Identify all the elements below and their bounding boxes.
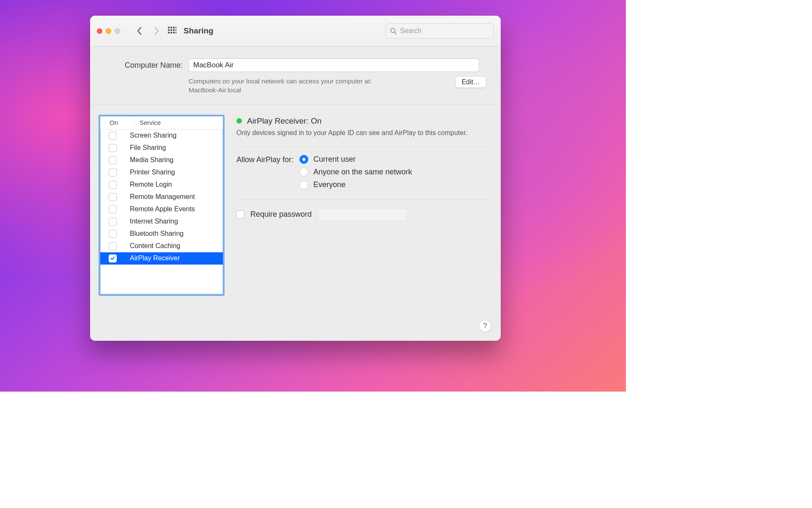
close-icon[interactable] — [97, 28, 102, 34]
service-name: File Sharing — [125, 144, 166, 152]
radio-option[interactable]: Anyone on the same network — [299, 168, 412, 177]
svg-rect-4 — [168, 29, 170, 31]
svg-rect-3 — [176, 27, 176, 28]
service-checkbox[interactable] — [109, 254, 117, 262]
table-row[interactable]: Remote Management — [100, 191, 223, 203]
edit-button[interactable]: Edit… — [455, 76, 486, 88]
service-checkbox[interactable] — [109, 193, 117, 201]
radio-button[interactable] — [299, 168, 308, 177]
check-icon — [110, 256, 115, 261]
radio-label: Anyone on the same network — [313, 168, 412, 177]
status-title: AirPlay Receiver: On — [247, 116, 321, 126]
table-row[interactable]: Bluetooth Sharing — [100, 228, 223, 240]
svg-rect-2 — [173, 27, 175, 28]
titlebar: Sharing Search — [90, 16, 501, 47]
window-title: Sharing — [184, 26, 214, 36]
table-row[interactable]: Remote Login — [100, 179, 223, 191]
computer-name-label: Computer Name: — [104, 61, 183, 70]
service-name: Bluetooth Sharing — [125, 230, 184, 237]
grid-icon — [168, 27, 176, 35]
service-name: AirPlay Receiver — [125, 254, 180, 262]
table-row[interactable]: Screen Sharing — [100, 130, 223, 142]
svg-rect-11 — [176, 32, 176, 33]
radio-button[interactable] — [299, 155, 308, 164]
service-checkbox[interactable] — [109, 230, 117, 238]
radio-option[interactable]: Everyone — [299, 180, 412, 189]
preferences-window: Sharing Search Computer Name: MacBook Ai… — [90, 16, 501, 341]
svg-rect-7 — [176, 29, 176, 31]
minimize-icon[interactable] — [106, 28, 111, 34]
service-name: Internet Sharing — [125, 218, 178, 225]
table-row[interactable]: Remote Apple Events — [100, 203, 223, 215]
forward-button[interactable] — [148, 27, 165, 35]
divider — [236, 146, 487, 146]
status-description: Only devices signed in to your Apple ID … — [236, 129, 487, 137]
help-icon: ? — [483, 322, 487, 330]
table-row[interactable]: File Sharing — [100, 142, 223, 154]
radio-label: Current user — [313, 155, 356, 164]
computer-name-value: MacBook Air — [193, 61, 233, 69]
radio-label: Everyone — [313, 180, 346, 189]
divider — [236, 199, 487, 200]
service-name: Content Caching — [125, 242, 180, 250]
service-name: Remote Apple Events — [125, 205, 195, 213]
search-placeholder: Search — [400, 27, 422, 35]
svg-line-13 — [395, 32, 396, 34]
column-service: Service — [134, 119, 161, 127]
svg-rect-6 — [173, 29, 175, 31]
column-on: On — [100, 119, 134, 126]
service-name: Media Sharing — [125, 156, 173, 164]
table-row[interactable]: Internet Sharing — [100, 215, 223, 228]
computer-name-section: Computer Name: MacBook Air Computers on … — [90, 47, 501, 105]
service-checkbox[interactable] — [109, 132, 117, 140]
detail-panel: AirPlay Receiver: On Only devices signed… — [236, 115, 487, 331]
service-name: Remote Login — [125, 181, 172, 188]
svg-rect-1 — [170, 27, 172, 28]
require-password-label: Require password — [250, 210, 312, 219]
service-checkbox[interactable] — [109, 144, 117, 152]
window-controls — [97, 28, 120, 34]
radio-button[interactable] — [299, 180, 308, 189]
svg-rect-10 — [173, 32, 175, 33]
chevron-left-icon — [137, 27, 143, 35]
svg-rect-5 — [170, 29, 172, 31]
service-checkbox[interactable] — [109, 218, 117, 226]
status-indicator-icon — [236, 118, 242, 124]
service-name: Printer Sharing — [125, 168, 175, 176]
radio-option[interactable]: Current user — [299, 155, 412, 164]
table-row[interactable]: Content Caching — [100, 240, 223, 252]
service-checkbox[interactable] — [109, 242, 117, 250]
table-row[interactable]: Printer Sharing — [100, 166, 223, 179]
zoom-icon[interactable] — [115, 28, 120, 34]
search-input[interactable]: Search — [385, 23, 494, 39]
service-checkbox[interactable] — [109, 168, 117, 177]
show-all-button[interactable] — [165, 27, 179, 35]
table-header: On Service — [100, 116, 223, 130]
chevron-right-icon — [154, 27, 159, 35]
service-checkbox[interactable] — [109, 205, 117, 213]
password-field[interactable] — [318, 208, 407, 221]
service-name: Remote Management — [125, 193, 195, 201]
services-table[interactable]: On Service Screen SharingFile SharingMed… — [99, 115, 225, 296]
computer-access-description: Computers on your local network can acce… — [189, 75, 449, 95]
help-button[interactable]: ? — [479, 320, 491, 332]
table-row[interactable]: AirPlay Receiver — [100, 252, 223, 265]
back-button[interactable] — [131, 27, 148, 35]
require-password-checkbox[interactable] — [236, 210, 244, 218]
allow-airplay-label: Allow AirPlay for: — [236, 155, 294, 189]
svg-rect-0 — [168, 27, 170, 28]
computer-name-field[interactable]: MacBook Air — [189, 58, 479, 72]
svg-rect-9 — [170, 32, 172, 33]
service-checkbox[interactable] — [109, 156, 117, 164]
table-row[interactable]: Media Sharing — [100, 154, 223, 166]
service-name: Screen Sharing — [125, 132, 176, 139]
search-icon — [390, 28, 397, 34]
service-checkbox[interactable] — [109, 181, 117, 189]
svg-rect-8 — [168, 32, 170, 33]
